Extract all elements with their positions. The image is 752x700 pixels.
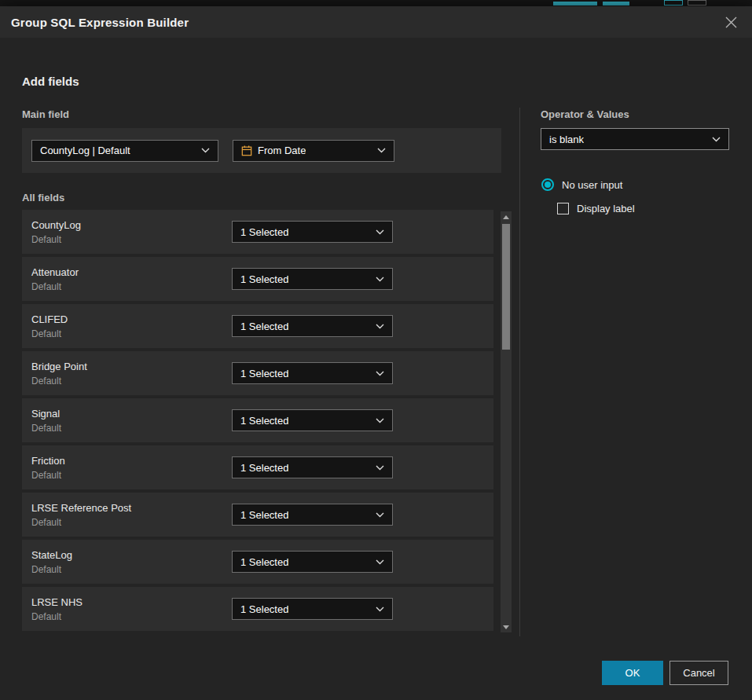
chevron-down-icon bbox=[371, 148, 386, 153]
field-meta: LRSE NHS Default bbox=[31, 596, 232, 622]
chevron-down-icon bbox=[369, 418, 384, 423]
field-selected-dropdown[interactable]: 1 Selected bbox=[232, 504, 393, 526]
main-field-layer-select[interactable]: CountyLog | Default bbox=[31, 140, 218, 162]
screen: Group SQL Expression Builder Add fields … bbox=[0, 0, 752, 700]
field-meta: Bridge Point Default bbox=[31, 361, 232, 387]
field-subtitle: Default bbox=[31, 376, 232, 387]
chevron-down-icon bbox=[369, 229, 384, 235]
field-name: LRSE Reference Post bbox=[31, 502, 232, 514]
selected-count: 1 Selected bbox=[240, 509, 288, 521]
dialog-title: Group SQL Expression Builder bbox=[11, 16, 189, 29]
chevron-down-icon bbox=[369, 371, 384, 376]
cancel-button[interactable]: Cancel bbox=[669, 661, 728, 685]
field-meta: CLIFED Default bbox=[31, 313, 232, 339]
radio-selected-icon bbox=[541, 178, 554, 191]
main-field-label: Main field bbox=[22, 108, 69, 120]
selected-count: 1 Selected bbox=[240, 368, 288, 379]
field-subtitle: Default bbox=[31, 470, 232, 481]
field-row: StateLog Default 1 Selected bbox=[22, 540, 493, 584]
scrollbar-thumb[interactable] bbox=[502, 224, 510, 350]
no-user-input-label: No user input bbox=[562, 179, 622, 191]
cropped-link-fragment bbox=[553, 2, 597, 5]
field-name: Signal bbox=[31, 408, 232, 420]
calendar-icon bbox=[241, 145, 252, 156]
selected-count: 1 Selected bbox=[240, 415, 288, 427]
field-subtitle: Default bbox=[31, 328, 232, 339]
close-button[interactable] bbox=[721, 12, 741, 32]
field-name: Friction bbox=[31, 455, 232, 467]
field-selected-dropdown[interactable]: 1 Selected bbox=[232, 221, 393, 243]
field-meta: StateLog Default bbox=[31, 549, 232, 575]
selected-count: 1 Selected bbox=[240, 556, 288, 568]
selected-count: 1 Selected bbox=[240, 603, 288, 615]
field-row: LRSE NHS Default 1 Selected bbox=[22, 587, 493, 631]
main-field-panel: CountyLog | Default From Date bbox=[22, 128, 501, 173]
operator-value: is blank bbox=[549, 134, 584, 145]
scroll-down-arrow[interactable] bbox=[501, 621, 512, 632]
cropped-toolbar-fragment bbox=[688, 0, 706, 5]
triangle-down-icon bbox=[503, 625, 509, 629]
operator-values-heading: Operator & Values bbox=[541, 108, 629, 120]
field-name: Attenuator bbox=[31, 266, 232, 278]
field-meta: Friction Default bbox=[31, 455, 232, 481]
selected-count: 1 Selected bbox=[240, 321, 288, 332]
field-name: Bridge Point bbox=[31, 361, 232, 372]
field-selected-dropdown[interactable]: 1 Selected bbox=[232, 315, 393, 337]
cropped-toolbar-fragment bbox=[664, 0, 683, 5]
checkbox-unchecked-icon bbox=[557, 203, 569, 214]
field-subtitle: Default bbox=[31, 423, 232, 434]
field-row: Attenuator Default 1 Selected bbox=[22, 257, 493, 301]
display-label-checkbox[interactable]: Display label bbox=[557, 203, 635, 214]
field-selected-dropdown[interactable]: 1 Selected bbox=[232, 268, 393, 290]
chevron-down-icon bbox=[195, 148, 210, 153]
main-field-field-select[interactable]: From Date bbox=[233, 140, 394, 162]
group-sql-expression-builder-dialog: Group SQL Expression Builder Add fields … bbox=[0, 6, 752, 700]
chevron-down-icon bbox=[706, 137, 721, 142]
field-meta: CountyLog Default bbox=[31, 219, 232, 245]
field-subtitle: Default bbox=[31, 611, 232, 622]
field-selected-dropdown[interactable]: 1 Selected bbox=[232, 456, 393, 478]
cropped-link-fragment bbox=[603, 2, 629, 5]
field-subtitle: Default bbox=[31, 517, 232, 528]
field-selected-dropdown[interactable]: 1 Selected bbox=[232, 409, 393, 431]
field-row: CountyLog Default 1 Selected bbox=[22, 210, 493, 254]
field-row: CLIFED Default 1 Selected bbox=[22, 304, 493, 348]
main-field-layer-value: CountyLog | Default bbox=[40, 145, 130, 156]
field-selected-dropdown[interactable]: 1 Selected bbox=[232, 362, 393, 384]
ok-button[interactable]: OK bbox=[602, 661, 663, 685]
chevron-down-icon bbox=[369, 559, 384, 565]
field-row: LRSE Reference Post Default 1 Selected bbox=[22, 493, 493, 537]
background-app-edge bbox=[0, 0, 752, 6]
field-subtitle: Default bbox=[31, 234, 232, 245]
dialog-header: Group SQL Expression Builder bbox=[0, 6, 752, 38]
field-selected-dropdown[interactable]: 1 Selected bbox=[232, 598, 393, 620]
selected-count: 1 Selected bbox=[240, 273, 288, 285]
chevron-down-icon bbox=[369, 324, 384, 329]
add-fields-heading: Add fields bbox=[22, 75, 79, 88]
field-meta: Signal Default bbox=[31, 408, 232, 434]
panel-divider bbox=[519, 108, 520, 636]
field-name: CLIFED bbox=[31, 313, 232, 325]
main-field-field-value: From Date bbox=[258, 145, 306, 156]
operator-select[interactable]: is blank bbox=[541, 128, 729, 150]
all-fields-label: All fields bbox=[22, 192, 64, 203]
field-row: Friction Default 1 Selected bbox=[22, 445, 493, 489]
chevron-down-icon bbox=[369, 512, 384, 518]
field-name: StateLog bbox=[31, 549, 232, 561]
field-name: LRSE NHS bbox=[31, 596, 232, 608]
field-name: CountyLog bbox=[31, 219, 232, 231]
field-row: Bridge Point Default 1 Selected bbox=[22, 351, 493, 395]
no-user-input-radio[interactable]: No user input bbox=[541, 178, 622, 191]
chevron-down-icon bbox=[369, 277, 384, 282]
chevron-down-icon bbox=[369, 607, 384, 612]
close-icon bbox=[725, 16, 737, 28]
field-selected-dropdown[interactable]: 1 Selected bbox=[232, 551, 393, 573]
selected-count: 1 Selected bbox=[240, 226, 288, 238]
triangle-up-icon bbox=[503, 215, 509, 219]
all-fields-list-container: CountyLog Default 1 Selected Attenuator … bbox=[22, 210, 512, 634]
selected-count: 1 Selected bbox=[240, 462, 288, 474]
field-meta: LRSE Reference Post Default bbox=[31, 502, 232, 528]
field-row: Signal Default 1 Selected bbox=[22, 398, 493, 442]
scrollbar[interactable] bbox=[501, 211, 512, 632]
scroll-up-arrow[interactable] bbox=[501, 211, 512, 222]
